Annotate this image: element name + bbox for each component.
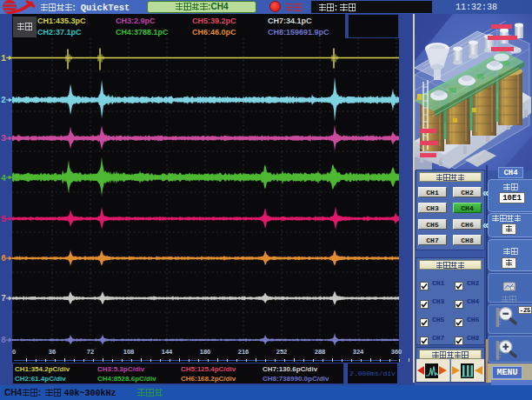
svg-text:5: 5 xyxy=(1,215,6,224)
svg-text:6: 6 xyxy=(1,254,6,263)
svg-text:8: 8 xyxy=(1,336,6,345)
svg-text:3: 3 xyxy=(1,134,6,143)
svg-text:1: 1 xyxy=(1,54,6,63)
svg-text:2: 2 xyxy=(1,96,6,105)
svg-text:4: 4 xyxy=(1,174,6,183)
svg-text:7: 7 xyxy=(1,294,6,303)
